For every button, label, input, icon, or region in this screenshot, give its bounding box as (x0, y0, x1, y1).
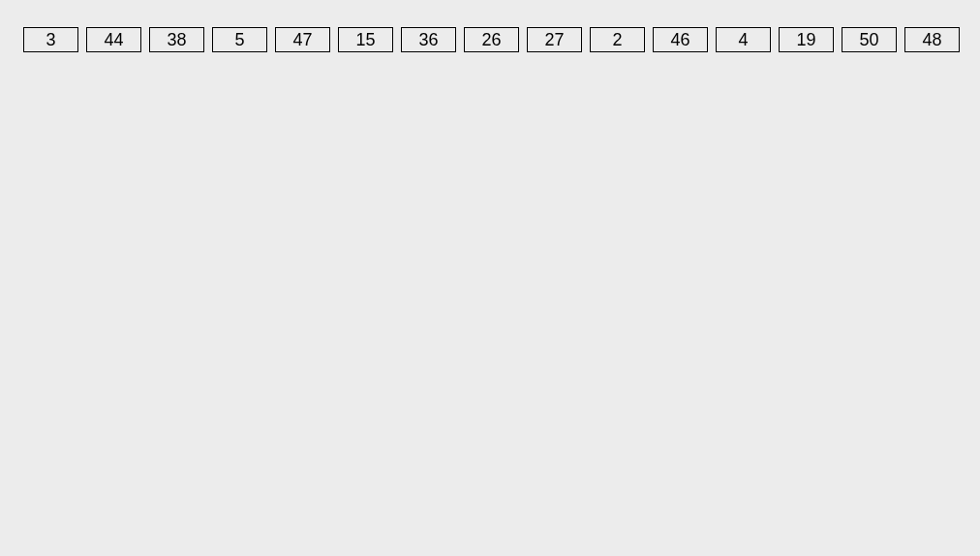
cell: 27 (527, 27, 582, 52)
cell: 46 (653, 27, 708, 52)
cell: 48 (904, 27, 960, 52)
cell: 36 (401, 27, 456, 52)
cell: 26 (464, 27, 519, 52)
number-row: 3 44 38 5 47 15 36 26 27 2 46 4 19 50 48 (0, 0, 980, 52)
cell: 19 (779, 27, 834, 52)
cell: 2 (590, 27, 645, 52)
cell: 5 (212, 27, 267, 52)
cell: 47 (275, 27, 330, 52)
cell: 4 (716, 27, 771, 52)
cell: 50 (842, 27, 897, 52)
cell: 44 (86, 27, 141, 52)
cell: 38 (149, 27, 204, 52)
cell: 15 (338, 27, 393, 52)
cell: 3 (23, 27, 78, 52)
